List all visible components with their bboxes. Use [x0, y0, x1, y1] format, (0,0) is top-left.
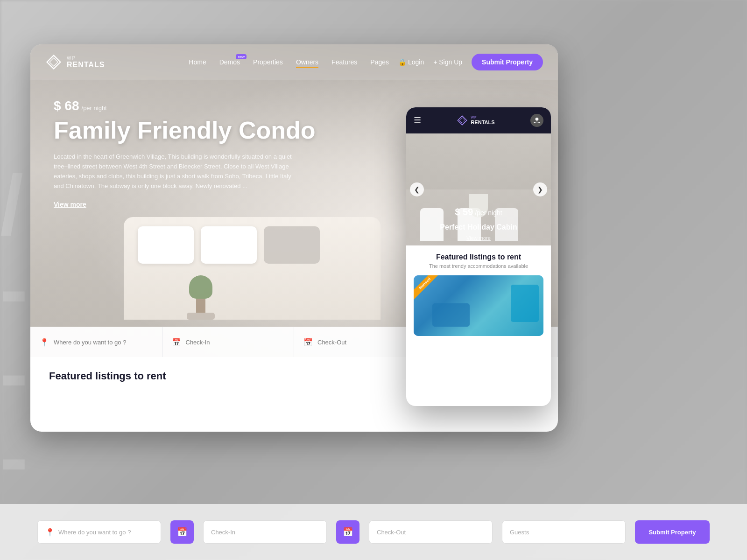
checkin-calendar-icon: 📅 [172, 338, 181, 347]
logo-wp: WP [67, 56, 105, 61]
bottom-location-text: Where do you want to go ? [58, 529, 131, 536]
curtain [511, 285, 539, 322]
prev-button[interactable]: ❮ [410, 182, 424, 196]
bottom-location-field: 📍 Where do you want to go ? [37, 520, 161, 544]
svg-marker-0 [47, 56, 61, 69]
nav-login-label: Login [408, 58, 424, 66]
nav-links: Home Demos new Properties Owners Feature… [189, 58, 389, 66]
location-field[interactable]: 📍 [30, 327, 162, 357]
bottom-guests-field: Guests [502, 520, 626, 544]
nav-signup[interactable]: + Sign Up [433, 58, 462, 66]
sofa [432, 303, 470, 327]
submit-property-button[interactable]: Submit Property [472, 54, 543, 70]
bed-decoration [124, 217, 381, 320]
nav-home[interactable]: Home [189, 58, 206, 66]
mobile-featured-subtitle: The most trendy accommodations available [414, 263, 543, 269]
checkin-input[interactable] [186, 339, 285, 346]
location-input[interactable] [54, 339, 153, 346]
nav-login[interactable]: 🔒 Login [398, 58, 424, 66]
nav-properties[interactable]: Properties [253, 58, 283, 66]
price-unit: /per night [82, 105, 107, 112]
featured-badge: featured [414, 275, 442, 301]
logo: WP RENTALS [45, 54, 105, 70]
nav-pages[interactable]: Pages [370, 58, 389, 66]
plant-decoration [189, 275, 212, 320]
hero-content: $ 68 /per night Family Friendly Condo Lo… [30, 80, 558, 227]
svg-marker-1 [49, 58, 58, 66]
checkin-field[interactable]: 📅 [162, 327, 295, 357]
lock-icon: 🔒 [398, 58, 406, 66]
price-amount: $ 68 [54, 98, 79, 113]
pillow-3 [264, 226, 320, 264]
pillow-1 [138, 226, 194, 264]
bottom-submit-btn[interactable]: Submit Property [635, 520, 710, 544]
bottom-checkin-text: Check-In [211, 529, 235, 536]
location-pin-icon: 📍 [40, 338, 49, 347]
bottom-checkout-btn: 📅 [336, 520, 359, 544]
price-label: $ 68 /per night [54, 98, 535, 113]
pillow-2 [201, 226, 257, 264]
bottom-checkout-field: Check-Out [369, 520, 493, 544]
bottom-search-bar: 📍 Where do you want to go ? 📅 Check-In 📅… [0, 504, 747, 560]
calendar-icon: 📅 [177, 527, 187, 537]
navbar: WP RENTALS Home Demos new Properties Own… [30, 44, 558, 80]
mobile-featured-title: Featured listings to rent [414, 253, 543, 261]
checkout-calendar-icon: 📅 [303, 338, 313, 347]
bottom-checkin-field: Check-In [203, 520, 327, 544]
logo-diamond-icon [45, 54, 62, 70]
mobile-listing-card[interactable]: featured [414, 275, 543, 336]
logo-rentals: RENTALS [67, 61, 105, 69]
nav-features[interactable]: Features [331, 58, 357, 66]
nav-auth: 🔒 Login + Sign Up Submit Property [398, 54, 543, 70]
mobile-featured: Featured listings to rent The most trend… [406, 245, 551, 343]
mobile-view-more[interactable]: View more [406, 235, 551, 241]
bottom-checkout-text: Check-Out [377, 529, 406, 536]
nav-demos[interactable]: Demos [219, 58, 240, 66]
featured-badge-wrapper: featured [414, 275, 442, 303]
logo-text: WP RENTALS [67, 56, 105, 69]
location-icon: 📍 [45, 528, 55, 537]
checkout-input[interactable] [317, 339, 416, 346]
view-more-link[interactable]: View more [54, 201, 86, 208]
calendar2-icon: 📅 [343, 527, 353, 537]
hero-title: Family Friendly Condo [54, 117, 535, 144]
next-button[interactable]: ❯ [533, 182, 547, 196]
bottom-guests-text: Guests [510, 529, 529, 536]
bottom-submit-label: Submit Property [648, 529, 696, 536]
nav-owners[interactable]: Owners [296, 58, 318, 68]
hero-description: Located in the heart of Greenwich Villag… [54, 152, 296, 191]
bottom-checkin-btn: 📅 [170, 520, 194, 544]
nav-demos-badge: new [236, 54, 247, 59]
